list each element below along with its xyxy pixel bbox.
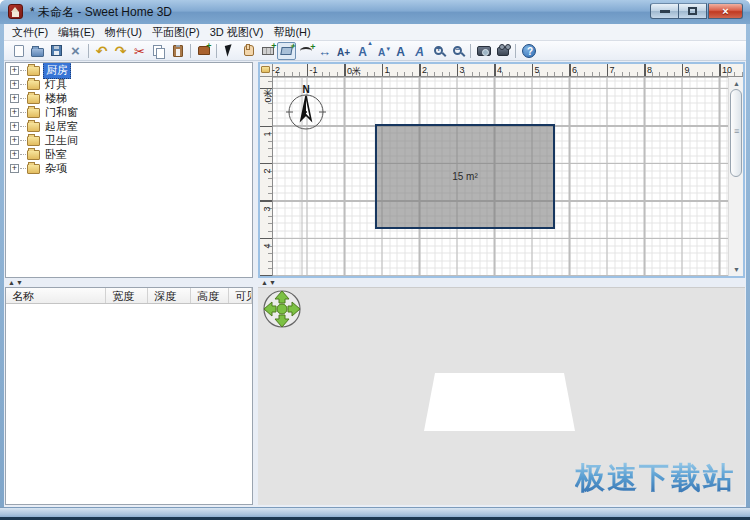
minimize-icon: [660, 10, 670, 13]
folder-icon: [27, 150, 40, 160]
tree-expander-icon[interactable]: +: [10, 80, 19, 89]
toolbar-button[interactable]: [334, 42, 353, 60]
help-icon: [522, 44, 536, 58]
3d-navigation-control[interactable]: [261, 288, 303, 330]
furniture-table-column-header[interactable]: 宽度: [106, 288, 148, 303]
tree-connector: [20, 140, 26, 141]
toolbar-button[interactable]: [9, 42, 28, 60]
toolbar-button[interactable]: [220, 42, 239, 60]
menu-item[interactable]: 平面图(P): [147, 24, 205, 41]
scrollbar-thumb[interactable]: [730, 89, 742, 177]
tree-expander-icon[interactable]: +: [10, 150, 19, 159]
toolbar-button[interactable]: [168, 42, 187, 60]
divider-collapse-up-icon[interactable]: ▲: [261, 279, 268, 286]
catalog-category-label[interactable]: 楼梯: [43, 91, 69, 106]
save-icon: [51, 45, 62, 56]
catalog-category-label[interactable]: 卧室: [43, 147, 69, 162]
ruler-tick-label: 3: [460, 65, 465, 75]
maximize-button[interactable]: [679, 3, 707, 19]
catalog-category-row[interactable]: + 杂项: [6, 162, 252, 175]
compass-north-label: N: [302, 84, 309, 95]
catalog-category-row[interactable]: + 卧室: [6, 148, 252, 161]
toolbar-button[interactable]: [28, 42, 47, 60]
divider-collapse-up-icon[interactable]: ▲: [8, 279, 15, 286]
tree-expander-icon[interactable]: +: [10, 122, 19, 131]
toolbar-button[interactable]: [239, 42, 258, 60]
toolbar-button[interactable]: [410, 42, 429, 60]
cut-icon: [134, 42, 145, 60]
divider-collapse-down-icon[interactable]: ▼: [269, 279, 276, 286]
toolbar-button[interactable]: [519, 42, 538, 60]
menu-item[interactable]: 文件(F): [7, 24, 53, 41]
toolbar-button[interactable]: [111, 42, 130, 60]
tree-expander-icon[interactable]: +: [10, 136, 19, 145]
toolbar-button[interactable]: [296, 42, 315, 60]
plan-vertical-scrollbar[interactable]: ▲ ▼: [728, 77, 743, 276]
catalog-category-label[interactable]: 杂项: [43, 161, 69, 176]
room-shape[interactable]: 15 m²: [375, 124, 555, 229]
menu-item[interactable]: 帮助(H): [268, 24, 315, 41]
toolbar-button[interactable]: [277, 42, 296, 60]
toolbar-button[interactable]: [493, 42, 512, 60]
view-3d-panel[interactable]: 极速下载站: [258, 287, 745, 505]
menu-item[interactable]: 3D 视图(V): [205, 24, 269, 41]
copy-icon: [153, 45, 165, 57]
tree-expander-icon[interactable]: +: [10, 94, 19, 103]
catalog-category-row[interactable]: + 灯具: [6, 78, 252, 91]
catalog-category-row[interactable]: + 门和窗: [6, 106, 252, 119]
app-icon[interactable]: [8, 4, 23, 19]
plan-3d-split-divider[interactable]: ▲ ▼: [258, 278, 745, 287]
select-icon: [225, 44, 234, 56]
app-window: * 未命名 - Sweet Home 3D × 文件(F)编辑(E)物件(U)平…: [0, 0, 750, 520]
scrollbar-down-icon[interactable]: ▼: [729, 263, 744, 276]
furniture-table-column-header[interactable]: 可见: [229, 288, 252, 303]
minimize-button[interactable]: [650, 3, 679, 19]
ruler-tick-label: -1: [310, 65, 318, 75]
ruler-tick-label: -2: [272, 65, 280, 75]
catalog-category-row[interactable]: + 起居室: [6, 120, 252, 133]
toolbar-button[interactable]: [66, 42, 85, 60]
catalog-table-split-divider[interactable]: ▲ ▼: [5, 278, 253, 287]
menu-item[interactable]: 物件(U): [100, 24, 147, 41]
tree-expander-icon[interactable]: +: [10, 108, 19, 117]
furniture-catalog-tree[interactable]: + 厨房 + 灯具 + 楼梯 +: [5, 62, 253, 278]
3d-floor-shape[interactable]: [424, 373, 575, 431]
toolbar-button[interactable]: [448, 42, 467, 60]
toolbar-button[interactable]: [429, 42, 448, 60]
toolbar-button[interactable]: [194, 42, 213, 60]
catalog-category-row[interactable]: + 厨房: [6, 64, 252, 77]
toolbar-button[interactable]: [474, 42, 493, 60]
tree-expander-icon[interactable]: +: [10, 164, 19, 173]
furniture-table-column-header[interactable]: 深度: [148, 288, 191, 303]
plan-canvas[interactable]: N 15 m²: [273, 77, 728, 276]
toolbar-button[interactable]: [353, 42, 372, 60]
toolbar-button[interactable]: [149, 42, 168, 60]
menu-item[interactable]: 编辑(E): [53, 24, 100, 41]
plan-view-panel[interactable]: -2-10米12345678910 0米12345 N 15 m² ▲ ▼: [258, 62, 745, 278]
divider-collapse-down-icon[interactable]: ▼: [16, 279, 23, 286]
toolbar-button[interactable]: [372, 42, 391, 60]
furniture-table-column-header[interactable]: 名称: [6, 288, 106, 303]
add-text-icon: [337, 42, 350, 60]
furniture-table-header: 名称宽度深度高度可见: [6, 288, 252, 304]
catalog-category-label[interactable]: 起居室: [43, 119, 80, 134]
furniture-table-column-header[interactable]: 高度: [191, 288, 229, 303]
close-button[interactable]: ×: [708, 3, 743, 19]
toolbar-separator: [187, 42, 194, 60]
catalog-category-label[interactable]: 灯具: [43, 77, 69, 92]
toolbar-button[interactable]: [92, 42, 111, 60]
catalog-category-row[interactable]: + 楼梯: [6, 92, 252, 105]
furniture-list-panel[interactable]: 名称宽度深度高度可见: [5, 287, 253, 505]
titlebar[interactable]: * 未命名 - Sweet Home 3D ×: [0, 0, 750, 24]
toolbar-button[interactable]: [47, 42, 66, 60]
catalog-category-label[interactable]: 门和窗: [43, 105, 80, 120]
compass-icon[interactable]: N: [283, 83, 329, 133]
toolbar-button[interactable]: [130, 42, 149, 60]
catalog-category-label[interactable]: 卫生间: [43, 133, 80, 148]
tree-expander-icon[interactable]: +: [10, 66, 19, 75]
maximize-icon: [688, 7, 697, 15]
catalog-category-row[interactable]: + 卫生间: [6, 134, 252, 147]
toolbar-button[interactable]: [315, 42, 334, 60]
toolbar-button[interactable]: [391, 42, 410, 60]
toolbar-button[interactable]: [258, 42, 277, 60]
